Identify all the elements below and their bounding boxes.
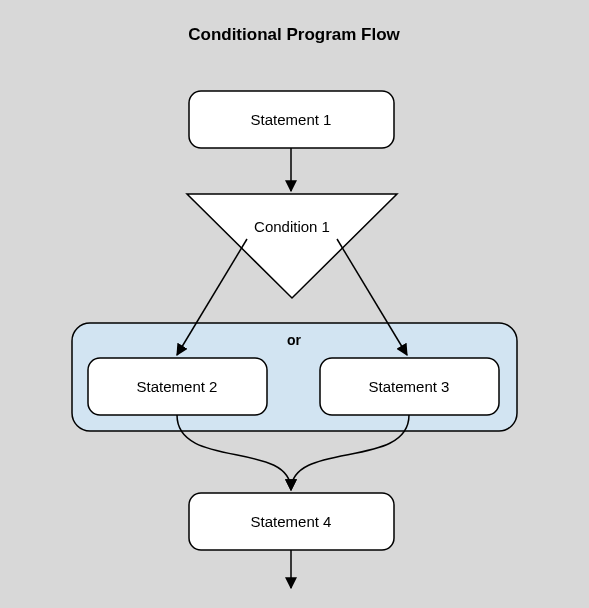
node-statement2: Statement 2 [88,358,267,415]
node-statement1-label: Statement 1 [251,111,332,128]
flowchart-canvas: Conditional Program Flow or Statement 1 … [0,0,589,608]
node-statement4: Statement 4 [189,493,394,550]
svg-marker-1 [187,194,397,298]
node-statement4-label: Statement 4 [251,513,332,530]
node-condition1: Condition 1 [187,194,397,298]
node-condition1-label: Condition 1 [254,218,330,235]
node-statement1: Statement 1 [189,91,394,148]
node-statement2-label: Statement 2 [137,378,218,395]
or-label: or [287,332,302,348]
diagram-title: Conditional Program Flow [188,25,400,44]
node-statement3: Statement 3 [320,358,499,415]
node-statement3-label: Statement 3 [369,378,450,395]
